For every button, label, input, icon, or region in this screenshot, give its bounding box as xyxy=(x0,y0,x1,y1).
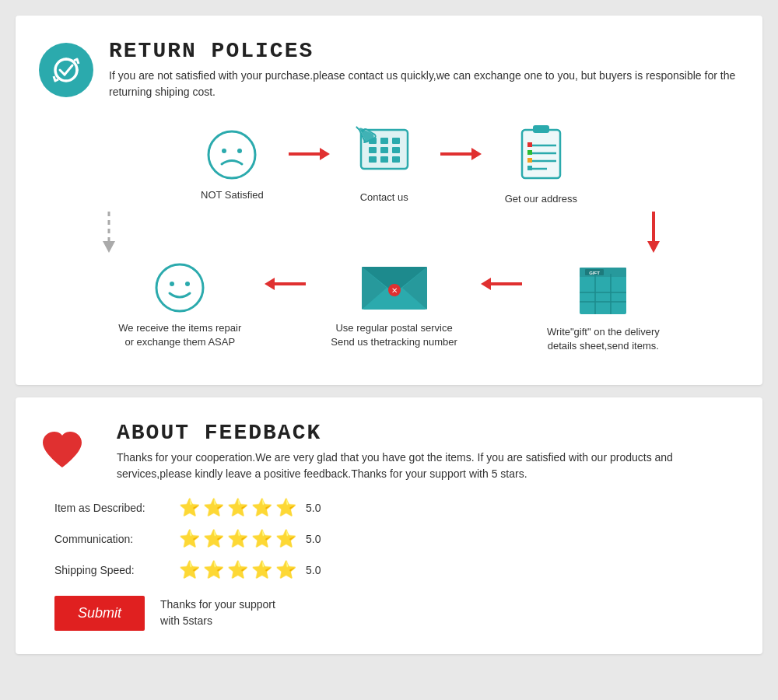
flow-bottom-row: We receive the items repair or exchange … xyxy=(54,257,724,353)
svg-rect-16 xyxy=(380,156,388,163)
arrow-down-solid xyxy=(622,210,685,253)
flow-write-gift: GIFT Write"gift" on the delivery details… xyxy=(547,257,660,353)
svg-point-3 xyxy=(222,149,226,153)
flow-get-address: Get our address xyxy=(505,124,577,206)
star-1: ⭐ xyxy=(179,529,200,549)
arrow-left-2 xyxy=(481,272,524,299)
score-described: 5.0 xyxy=(306,502,321,514)
svg-marker-47 xyxy=(481,278,491,290)
return-svg xyxy=(49,53,83,87)
ratings-table: Item as Described: ⭐ ⭐ ⭐ ⭐ ⭐ 5.0 Communi… xyxy=(54,498,739,580)
stars-shipping: ⭐ ⭐ ⭐ ⭐ ⭐ xyxy=(179,560,296,580)
arrow-left-1 xyxy=(265,272,307,299)
arrow-left-svg-2 xyxy=(481,272,524,296)
svg-rect-15 xyxy=(369,156,377,163)
svg-text:GIFT: GIFT xyxy=(589,271,600,275)
rating-row-shipping: Shipping Speed: ⭐ ⭐ ⭐ ⭐ ⭐ 5.0 xyxy=(54,560,739,580)
star-5: ⭐ xyxy=(275,498,296,518)
flow-postal-service: ✕ Use regular postal service Send us the… xyxy=(331,261,457,349)
heart-icon xyxy=(39,429,86,471)
return-title: RETURN POLICES xyxy=(109,39,739,63)
flow-not-satisfied: NOT Satisfied xyxy=(201,128,264,202)
rating-row-described: Item as Described: ⭐ ⭐ ⭐ ⭐ ⭐ 5.0 xyxy=(54,498,739,518)
arrow-down-dashed xyxy=(78,210,140,253)
svg-rect-11 xyxy=(392,138,400,144)
star-3: ⭐ xyxy=(227,529,248,549)
svg-marker-34 xyxy=(647,241,660,253)
feedback-card: ABOUT FEEDBACK Thanks for your cooperati… xyxy=(16,397,762,654)
svg-rect-29 xyxy=(527,158,532,163)
solid-arrow-down-svg xyxy=(642,210,665,253)
clipboard-icon xyxy=(516,124,566,186)
stars-described: ⭐ ⭐ ⭐ ⭐ ⭐ xyxy=(179,498,296,518)
submit-row: Submit Thanks for your support with 5sta… xyxy=(54,596,739,631)
return-policies-card: RETURN POLICES If you are not satisfied … xyxy=(16,16,762,385)
flow-receive-items: We receive the items repair or exchange … xyxy=(118,261,241,349)
feedback-desc: Thanks for your cooperation.We are very … xyxy=(117,450,739,482)
svg-point-35 xyxy=(156,264,203,311)
return-icon xyxy=(39,43,93,97)
svg-marker-32 xyxy=(103,241,115,253)
svg-rect-28 xyxy=(527,150,532,155)
svg-line-1 xyxy=(65,65,72,75)
get-address-label: Get our address xyxy=(505,192,577,206)
star-2: ⭐ xyxy=(203,560,224,580)
return-desc: If you are not satisfied with your purch… xyxy=(109,68,739,100)
star-4: ⭐ xyxy=(251,498,272,518)
gift-box-icon: GIFT xyxy=(576,257,630,319)
svg-marker-6 xyxy=(320,148,330,160)
flow-mid-row xyxy=(54,206,724,257)
return-policies-header: RETURN POLICES If you are not satisfied … xyxy=(39,39,739,100)
svg-rect-12 xyxy=(369,147,377,153)
postal-service-label: Use regular postal service Send us thetr… xyxy=(331,321,457,349)
arrow-right-2 xyxy=(439,142,482,169)
svg-rect-27 xyxy=(527,142,532,147)
rating-label-shipping: Shipping Speed: xyxy=(54,564,179,576)
score-communication: 5.0 xyxy=(306,533,321,545)
arrow-right-svg-1 xyxy=(287,142,330,166)
svg-rect-10 xyxy=(380,138,388,144)
svg-rect-48 xyxy=(580,274,626,314)
feedback-title: ABOUT FEEDBACK xyxy=(117,421,739,445)
dashed-arrow-svg xyxy=(97,210,121,253)
arrow-right-1 xyxy=(287,142,330,169)
svg-marker-39 xyxy=(265,278,275,290)
contact-us-label: Contact us xyxy=(360,191,408,205)
return-header-text: RETURN POLICES If you are not satisfied … xyxy=(109,39,739,100)
heart-icon-wrap xyxy=(39,429,101,474)
svg-rect-13 xyxy=(380,147,388,153)
svg-text:✕: ✕ xyxy=(391,286,398,295)
flow-diagram: NOT Satisfied xyxy=(39,116,739,362)
star-3: ⭐ xyxy=(227,498,248,518)
star-1: ⭐ xyxy=(179,498,200,518)
stars-communication: ⭐ ⭐ ⭐ ⭐ ⭐ xyxy=(179,529,296,549)
feedback-header-text: ABOUT FEEDBACK Thanks for your cooperati… xyxy=(117,421,739,482)
svg-rect-30 xyxy=(527,166,532,170)
sad-face-icon xyxy=(205,128,259,182)
flow-top-row: NOT Satisfied xyxy=(54,124,724,206)
star-2: ⭐ xyxy=(203,498,224,518)
feedback-header: ABOUT FEEDBACK Thanks for your cooperati… xyxy=(39,421,739,482)
svg-point-4 xyxy=(237,149,242,153)
submit-button[interactable]: Submit xyxy=(54,596,145,631)
svg-point-36 xyxy=(170,282,174,286)
star-3: ⭐ xyxy=(227,560,248,580)
phone-icon xyxy=(353,126,415,184)
star-4: ⭐ xyxy=(251,529,272,549)
star-5: ⭐ xyxy=(275,529,296,549)
rating-row-communication: Communication: ⭐ ⭐ ⭐ ⭐ ⭐ 5.0 xyxy=(54,529,739,549)
arrow-left-svg-1 xyxy=(265,272,307,296)
flow-contact-us: Contact us xyxy=(353,126,415,205)
happy-face-icon xyxy=(152,261,207,315)
svg-marker-19 xyxy=(471,148,482,160)
svg-point-37 xyxy=(185,282,190,286)
svg-point-2 xyxy=(209,131,255,178)
write-gift-label: Write"gift" on the delivery details shee… xyxy=(547,325,660,353)
star-5: ⭐ xyxy=(275,560,296,580)
arrow-right-svg-2 xyxy=(439,142,482,166)
support-text: Thanks for your support with 5stars xyxy=(160,597,275,629)
star-2: ⭐ xyxy=(203,529,224,549)
svg-rect-14 xyxy=(392,147,400,153)
score-shipping: 5.0 xyxy=(306,564,321,576)
star-1: ⭐ xyxy=(179,560,200,580)
